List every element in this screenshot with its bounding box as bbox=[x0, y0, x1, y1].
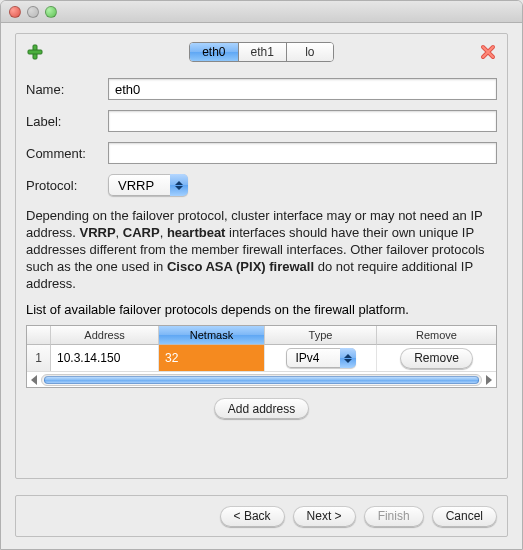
row-number-header bbox=[27, 326, 51, 345]
remove-interface-button[interactable] bbox=[479, 43, 497, 61]
address-table: Address Netmask Type Remove 1 10.3.14.15… bbox=[26, 325, 497, 388]
scrollbar-thumb[interactable] bbox=[44, 376, 479, 384]
type-value: IPv4 bbox=[286, 348, 340, 368]
address-header[interactable]: Address bbox=[51, 326, 159, 345]
address-cell[interactable]: 10.3.14.150 bbox=[51, 345, 159, 371]
type-select[interactable]: IPv4 bbox=[286, 348, 356, 368]
tab-eth0[interactable]: eth0 bbox=[190, 43, 238, 61]
name-input[interactable] bbox=[108, 78, 497, 100]
next-button[interactable]: Next > bbox=[293, 506, 356, 527]
chevron-up-down-icon bbox=[340, 348, 356, 368]
netmask-header[interactable]: Netmask bbox=[159, 326, 265, 345]
row-number: 1 bbox=[27, 345, 51, 371]
add-address-button[interactable]: Add address bbox=[214, 398, 309, 419]
remove-header: Remove bbox=[377, 326, 496, 345]
horizontal-scrollbar[interactable] bbox=[27, 371, 496, 387]
protocol-note: List of available failover protocols dep… bbox=[26, 302, 497, 317]
scroll-right-icon[interactable] bbox=[486, 375, 492, 385]
scrollbar-track[interactable] bbox=[41, 374, 482, 386]
minimize-window-icon[interactable] bbox=[27, 6, 39, 18]
cancel-button[interactable]: Cancel bbox=[432, 506, 497, 527]
back-button[interactable]: < Back bbox=[220, 506, 285, 527]
table-row: 1 10.3.14.150 32 IPv4 Remove bbox=[27, 345, 496, 371]
finish-button: Finish bbox=[364, 506, 424, 527]
comment-label: Comment: bbox=[26, 146, 102, 161]
label-input[interactable] bbox=[108, 110, 497, 132]
interface-panel: eth0 eth1 lo Name: Label: Comment: Proto… bbox=[15, 33, 508, 479]
interface-tabs: eth0 eth1 lo bbox=[189, 42, 334, 62]
tab-lo[interactable]: lo bbox=[287, 43, 333, 61]
svg-rect-1 bbox=[28, 50, 42, 54]
comment-input[interactable] bbox=[108, 142, 497, 164]
protocol-value: VRRP bbox=[108, 174, 170, 196]
protocol-select[interactable]: VRRP bbox=[108, 174, 188, 196]
close-window-icon[interactable] bbox=[9, 6, 21, 18]
protocol-label: Protocol: bbox=[26, 178, 102, 193]
chevron-up-down-icon bbox=[170, 174, 188, 196]
add-interface-button[interactable] bbox=[26, 43, 44, 61]
dialog-window: eth0 eth1 lo Name: Label: Comment: Proto… bbox=[0, 0, 523, 550]
netmask-cell[interactable]: 32 bbox=[159, 345, 265, 371]
wizard-button-bar: < Back Next > Finish Cancel bbox=[15, 495, 508, 537]
protocol-description: Depending on the failover protocol, clus… bbox=[26, 208, 497, 292]
label-label: Label: bbox=[26, 114, 102, 129]
titlebar bbox=[1, 1, 522, 23]
zoom-window-icon[interactable] bbox=[45, 6, 57, 18]
scroll-left-icon[interactable] bbox=[31, 375, 37, 385]
remove-row-button[interactable]: Remove bbox=[400, 348, 473, 369]
tab-eth1[interactable]: eth1 bbox=[239, 43, 287, 61]
content-area: eth0 eth1 lo Name: Label: Comment: Proto… bbox=[1, 23, 522, 485]
name-label: Name: bbox=[26, 82, 102, 97]
type-header[interactable]: Type bbox=[265, 326, 377, 345]
